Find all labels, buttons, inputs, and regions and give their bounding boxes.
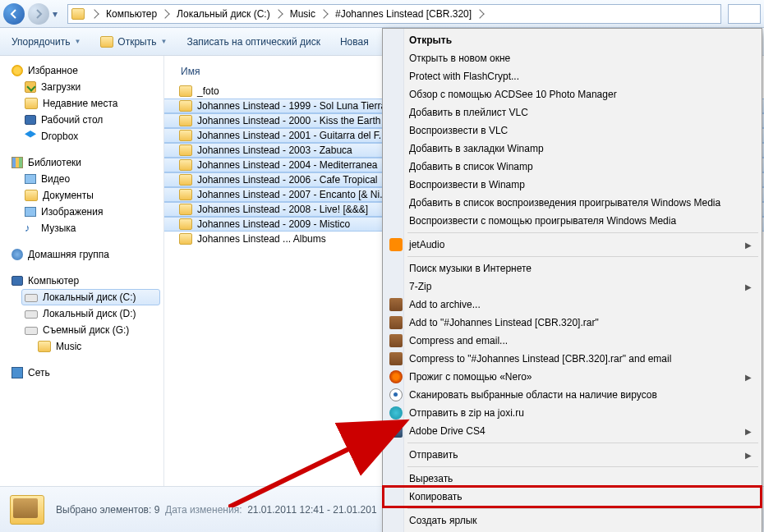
context-menu-item[interactable]: Добавить в закладки Winamp bbox=[384, 140, 760, 158]
file-name: Johannes Linstead - 2006 - Cafe Tropical bbox=[197, 174, 377, 186]
context-menu-item[interactable]: Открыть в новом окне bbox=[384, 49, 760, 67]
history-dropdown[interactable]: ▾ bbox=[53, 8, 64, 20]
context-menu-label: Воспроизвести в Winamp bbox=[409, 179, 525, 190]
context-menu-item[interactable]: Вырезать bbox=[384, 470, 760, 488]
breadcrumb[interactable]: Локальный диск (C:) bbox=[173, 7, 285, 21]
context-menu-separator bbox=[407, 443, 758, 443]
sidebar-recent[interactable]: Недавние места bbox=[21, 95, 160, 112]
context-menu-item[interactable]: Отправить▶ bbox=[384, 446, 760, 464]
context-menu-item[interactable]: Добавить в список воспроизведения проигр… bbox=[384, 194, 760, 212]
context-menu-item[interactable]: Прожиг с помощью «Nero»▶ bbox=[384, 368, 760, 386]
submenu-arrow-icon: ▶ bbox=[745, 241, 752, 250]
context-menu-label: Вырезать bbox=[409, 473, 453, 484]
breadcrumb[interactable]: Music bbox=[287, 7, 330, 21]
context-menu-separator bbox=[407, 466, 758, 467]
jet-icon bbox=[389, 238, 403, 251]
context-menu-label: Сканировать выбранные области на наличие… bbox=[409, 389, 657, 401]
breadcrumb[interactable]: Компьютер bbox=[103, 7, 172, 21]
context-menu-item[interactable]: jetAudio▶ bbox=[384, 236, 760, 254]
context-menu-label: Прожиг с помощью «Nero» bbox=[409, 371, 532, 383]
burn-button[interactable]: Записать на оптический диск bbox=[182, 34, 325, 50]
context-menu-label: Adobe Drive CS4 bbox=[409, 425, 486, 437]
context-menu-label: Воспроизвести в VLC bbox=[409, 125, 508, 136]
context-menu-item[interactable]: Protect with FlashCrypt... bbox=[384, 67, 760, 85]
context-menu-item[interactable]: Add to archive... bbox=[384, 296, 760, 314]
context-menu-item[interactable]: Добавить в список Winamp bbox=[384, 158, 760, 176]
sidebar-desktop[interactable]: Рабочий стол bbox=[21, 112, 160, 128]
context-menu-label: Add to "#Johannes Linstead [CBR.320].rar… bbox=[409, 317, 599, 328]
context-menu-label: Добавить в список воспроизведения проигр… bbox=[409, 197, 720, 209]
network-icon bbox=[12, 367, 23, 378]
context-menu-item[interactable]: Поиск музыки в Интернете bbox=[384, 259, 760, 277]
folder-icon bbox=[179, 189, 192, 200]
file-name: Johannes Linstead ... Albums bbox=[197, 233, 326, 245]
sidebar-dropbox[interactable]: Dropbox bbox=[21, 128, 160, 144]
sidebar-music-folder[interactable]: Music bbox=[35, 338, 160, 355]
context-menu-label: Отправить bbox=[409, 449, 458, 461]
folder-icon bbox=[71, 8, 85, 20]
sidebar-downloads[interactable]: Загрузки bbox=[21, 79, 160, 95]
context-menu-item[interactable]: Обзор с помощью ACDSee 10 Photo Manager bbox=[384, 85, 760, 103]
winrar-icon bbox=[389, 334, 403, 347]
modified-value: 21.01.2011 12:41 - 21.01.201 bbox=[247, 504, 376, 516]
context-menu-item[interactable]: 7-Zip▶ bbox=[384, 277, 760, 296]
context-menu: ОткрытьОткрыть в новом окнеProtect with … bbox=[382, 28, 762, 532]
sidebar-computer[interactable]: Компьютер bbox=[8, 273, 160, 289]
context-menu-label: Поиск музыки в Интернете bbox=[409, 263, 532, 274]
sidebar-disk-d[interactable]: Локальный диск (D:) bbox=[21, 305, 160, 322]
folder-icon bbox=[179, 174, 192, 186]
context-menu-item[interactable]: Создать ярлык bbox=[384, 511, 760, 530]
sidebar-libraries[interactable]: Библиотеки bbox=[8, 154, 160, 171]
context-menu-label: Создать ярлык bbox=[409, 515, 477, 526]
context-menu-label: Compress and email... bbox=[409, 335, 508, 346]
back-button[interactable] bbox=[3, 3, 25, 25]
context-menu-separator bbox=[407, 508, 758, 509]
sidebar-homegroup[interactable]: Домашняя группа bbox=[8, 246, 160, 263]
sidebar-disk-g[interactable]: Съемный диск (G:) bbox=[21, 322, 160, 338]
context-menu-item[interactable]: Добавить в плейлист VLC bbox=[384, 103, 760, 122]
sidebar-video[interactable]: Видео bbox=[21, 171, 160, 187]
file-name: Johannes Linstead - 2001 - Guitarra del … bbox=[197, 130, 384, 141]
dropbox-icon bbox=[25, 131, 36, 142]
context-menu-item[interactable]: Сканировать выбранные области на наличие… bbox=[384, 386, 760, 404]
folder-icon bbox=[179, 100, 192, 112]
submenu-arrow-icon: ▶ bbox=[745, 373, 752, 382]
context-menu-item[interactable]: Add to "#Johannes Linstead [CBR.320].rar… bbox=[384, 314, 760, 332]
breadcrumb[interactable]: #Johannes Linstead [CBR.320] bbox=[332, 7, 486, 21]
context-menu-label: Открыть в новом окне bbox=[409, 53, 510, 64]
documents-icon bbox=[25, 190, 38, 201]
sidebar-favorites[interactable]: Избранное bbox=[8, 62, 160, 79]
context-menu-item[interactable]: Воспроизвести в VLC bbox=[384, 122, 760, 140]
context-menu-separator bbox=[407, 232, 758, 233]
organize-button[interactable]: Упорядочить ▼ bbox=[7, 34, 85, 50]
sidebar-documents[interactable]: Документы bbox=[21, 187, 160, 204]
context-menu-item[interactable]: Compress and email... bbox=[384, 332, 760, 350]
context-menu-item[interactable]: Compress to "#Johannes Linstead [CBR.320… bbox=[384, 350, 760, 368]
selection-count: Выбрано элементов: 9 bbox=[56, 504, 159, 516]
forward-button[interactable] bbox=[28, 3, 49, 25]
music-icon: ♪ bbox=[25, 222, 36, 234]
disk-icon bbox=[25, 310, 38, 319]
context-menu-item[interactable]: Копировать bbox=[384, 488, 760, 506]
sidebar-disk-c[interactable]: Локальный диск (C:) bbox=[21, 289, 160, 305]
open-button[interactable]: Открыть ▼ bbox=[95, 34, 172, 50]
context-menu-item[interactable]: Воспроизвести в Winamp bbox=[384, 176, 760, 194]
folder-icon bbox=[179, 144, 192, 156]
joxi-icon bbox=[389, 406, 403, 420]
context-menu-label: Protect with FlashCrypt... bbox=[409, 71, 519, 82]
context-menu-item[interactable]: Adobe Drive CS4▶ bbox=[384, 422, 760, 440]
new-folder-button[interactable]: Новая bbox=[335, 34, 374, 50]
folder-icon bbox=[179, 218, 192, 230]
sidebar-network[interactable]: Сеть bbox=[8, 365, 160, 381]
search-input[interactable] bbox=[728, 4, 761, 24]
winrar-icon bbox=[389, 298, 403, 311]
winrar-icon bbox=[389, 316, 403, 329]
context-menu-label: Обзор с помощью ACDSee 10 Photo Manager bbox=[409, 89, 617, 100]
address-bar[interactable]: Компьютер Локальный диск (C:) Music #Joh… bbox=[67, 4, 721, 24]
context-menu-item[interactable]: Воспроизвести с помощью проигрывателя Wi… bbox=[384, 212, 760, 230]
sidebar-pictures[interactable]: Изображения bbox=[21, 204, 160, 220]
context-menu-item[interactable]: Открыть bbox=[384, 31, 760, 49]
file-name: Johannes Linstead - 2004 - Mediterranea bbox=[197, 159, 377, 171]
context-menu-item[interactable]: Отправить в zip на joxi.ru bbox=[384, 404, 760, 422]
sidebar-music[interactable]: ♪Музыка bbox=[21, 220, 160, 236]
